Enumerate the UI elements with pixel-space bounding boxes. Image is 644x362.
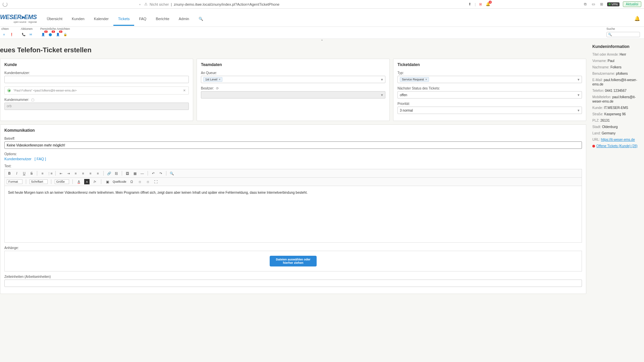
nav-admin[interactable]: Admin (174, 11, 194, 26)
chevron-down-icon: ▾ (578, 93, 580, 97)
header-bell-icon[interactable]: 🔔 (634, 16, 640, 21)
align-justify-icon[interactable]: ≡ (95, 171, 101, 176)
queue-pill-remove-icon[interactable]: × (219, 78, 220, 81)
split-icon[interactable]: ⎅ (137, 179, 143, 184)
shield-icon[interactable]: ⛨ (478, 2, 483, 7)
search-input[interactable]: 🔍 (606, 32, 640, 37)
queue-select[interactable]: 1st Level × ▾ (201, 76, 385, 83)
align-left-icon[interactable]: ≡ (73, 171, 78, 176)
view-icon-2[interactable]: ⬤ (48, 32, 53, 37)
format-select[interactable]: Format (7, 179, 22, 184)
source-icon[interactable]: ▣ (105, 179, 110, 184)
vpn-badge[interactable]: VPN (607, 2, 620, 6)
hr-icon[interactable]: — (140, 171, 145, 176)
align-center-icon[interactable]: ≡ (80, 171, 86, 176)
communication-title: Kommunikation (4, 128, 582, 133)
notif-icon[interactable]: 🔔 (486, 2, 490, 7)
unlink-icon[interactable]: ⛓ (114, 171, 119, 176)
nav-calendar[interactable]: Kalender (89, 11, 113, 26)
sidebar-title: Kundeninformation (592, 44, 642, 49)
text-color-icon[interactable]: A (76, 179, 82, 184)
customer-user-entry: "Paul Folkers" <paul.folkers@it-weser-em… (4, 86, 189, 95)
nav-faq[interactable]: FAQ (134, 11, 151, 26)
strike-icon[interactable]: S (29, 171, 34, 176)
owner-refresh-icon[interactable]: ⟳ (216, 86, 219, 90)
url-text: znuny-demo.itwe.local/znuny/index.pl?Act… (174, 2, 279, 6)
nav-tickets[interactable]: Tickets (113, 11, 134, 26)
panel-team-title: Teamdaten (201, 62, 385, 67)
owner-select[interactable]: ▾ (201, 91, 385, 99)
subject-input[interactable] (4, 141, 582, 149)
sidebar-row: Telefon: 0441 1234567 (592, 88, 642, 93)
bg-color-icon[interactable]: A (84, 179, 90, 184)
size-select[interactable]: Größe (55, 179, 69, 184)
refresh-button[interactable]: Aktualisi (623, 1, 641, 7)
underline-icon[interactable]: U (21, 171, 27, 176)
list-unordered-icon[interactable]: ⋮≡ (47, 171, 53, 176)
ext-icon-3[interactable]: ⊞ (599, 2, 604, 7)
find-icon[interactable]: 🔍 (169, 171, 174, 176)
table-icon[interactable]: ▦ (132, 171, 138, 176)
ext-icon-2[interactable]: ▭ (591, 2, 596, 7)
type-select[interactable]: Service Request × ▾ (397, 76, 582, 83)
reload-icon[interactable] (3, 2, 7, 7)
chevron-down-icon: ▾ (381, 77, 383, 82)
ext-icon-1[interactable]: ⧉ (583, 2, 588, 7)
customer-user-input[interactable] (4, 76, 189, 83)
queue-pill: 1st Level × (203, 77, 222, 82)
omega-icon[interactable]: Ω (129, 179, 135, 184)
view-icon-1[interactable]: 👤 (40, 32, 46, 37)
tab-icon: ▫ (138, 2, 142, 7)
sidebar-row: Nachname: Folkers (592, 65, 642, 69)
link-icon[interactable]: 🔗 (106, 171, 112, 176)
mail-icon[interactable]: ✉ (28, 32, 34, 37)
logo-subtitle: open source · regional (0, 21, 37, 23)
sidebar-row: Straße: Kasperweg 96 (592, 112, 642, 116)
nav-search-icon[interactable]: 🔍 (194, 11, 208, 26)
clear-format-icon[interactable]: I× (92, 179, 98, 184)
type-pill-remove-icon[interactable]: × (425, 78, 427, 81)
sidebar-open-tickets[interactable]: Offene Tickets (Kunde) (28) (592, 144, 642, 148)
page-title: eues Telefon-Ticket erstellen (0, 42, 586, 59)
rte-body[interactable]: Seit heute Morgen kann ich an keiner Vid… (4, 186, 582, 243)
sidebar-url-link[interactable]: https://it-weser-ems.de (601, 138, 635, 141)
nav-overview[interactable]: Übersicht (42, 11, 67, 26)
priority-select[interactable]: 3 normal ▾ (397, 107, 582, 114)
font-select[interactable]: Schriftart (30, 179, 48, 184)
bold-icon[interactable]: B (7, 171, 12, 176)
share-icon[interactable]: ⬆ (467, 2, 472, 7)
text-label: Text: (4, 164, 582, 168)
indent-icon[interactable]: ⇥ (66, 171, 71, 176)
logo[interactable]: WESER▸EMS open source · regional (0, 13, 42, 23)
choose-files-button[interactable]: Dateien auswählen oder hierher ziehen (270, 256, 317, 266)
align-right-icon[interactable]: ≡ (88, 171, 93, 176)
italic-icon[interactable]: I (14, 171, 19, 176)
outdent-icon[interactable]: ⇤ (58, 171, 64, 176)
options-link-customer[interactable]: Kundenbenutzer (4, 157, 32, 161)
collapse-handle[interactable] (0, 39, 644, 42)
alert-icon[interactable]: ❗ (9, 32, 14, 37)
phone-icon[interactable]: 📞 (21, 32, 26, 37)
nav-customers[interactable]: Kunden (67, 11, 89, 26)
undo-icon[interactable]: ↶ (151, 171, 156, 176)
list-ordered-icon[interactable]: ≡ (40, 171, 45, 176)
url-bar[interactable]: ▫ ⚠ Nicht sicher | znuny-demo.itwe.local… (10, 2, 465, 7)
attachments-dropzone[interactable]: Dateien auswählen oder hierher ziehen (4, 251, 582, 272)
options-link-faq[interactable]: [ FAQ ] (35, 157, 46, 161)
list-icon[interactable]: ≡ (1, 32, 7, 37)
customer-number-help-icon[interactable]: ▢ (31, 98, 34, 102)
nav-reports[interactable]: Berichte (151, 11, 174, 26)
remove-user-icon[interactable]: ✕ (183, 89, 186, 92)
redo-icon[interactable]: ↷ (158, 171, 163, 176)
maximize-icon[interactable]: ⛶ (153, 179, 159, 184)
image-icon[interactable]: 🖼 (125, 171, 130, 176)
view-icon-3[interactable]: 👤 (55, 32, 60, 37)
chevron-down-icon: ▾ (578, 77, 580, 82)
status-select[interactable]: offen ▾ (397, 91, 582, 99)
radio-selected-icon[interactable] (7, 89, 11, 92)
sidebar-row: E-Mail: paul.folkers@it-weser-ems.de (592, 78, 642, 86)
subheader-group-2: Aktionen 📞 ✉ (21, 27, 34, 37)
timeunits-input[interactable] (4, 280, 582, 287)
split2-icon[interactable]: ⎅ (145, 179, 151, 184)
lock-icon[interactable]: 🔒 (62, 32, 68, 37)
